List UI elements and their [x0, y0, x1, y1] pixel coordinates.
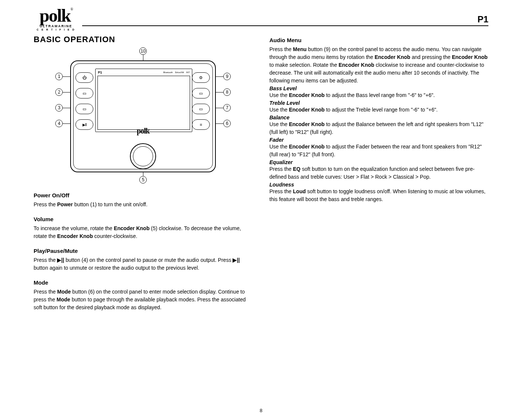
- play-pause-button: ▶II: [75, 119, 93, 130]
- soft-button-7: ▭: [192, 104, 210, 114]
- brand-tagline-2: C E R T I F I E D: [37, 28, 75, 31]
- header-divider: [82, 25, 488, 26]
- section-body: Use the Encoder Knob to adjust the Bass …: [270, 91, 489, 99]
- callout-3: 3: [55, 104, 63, 112]
- right-button-column: ⚙ ▭ ▭ ≡: [192, 72, 211, 130]
- callout-7: 7: [223, 104, 231, 112]
- flat-icon: ▭: [199, 91, 203, 96]
- section-body: Press the EQ soft button to turn on the …: [270, 165, 489, 181]
- device-body: P1 Bluetooth SiriusXM INT polk: [70, 60, 216, 172]
- callout-1: 1: [55, 73, 63, 80]
- flat-icon: ▭: [83, 91, 86, 96]
- section-heading: Power On/Off: [34, 192, 253, 198]
- screen-display-area: [97, 76, 190, 130]
- brand-logo: polk® ULTRAMARINE C E R T I F I E D: [34, 7, 78, 31]
- callout-2: 2: [55, 88, 63, 96]
- power-icon: ⏻: [83, 75, 87, 80]
- int-icon: INT: [186, 71, 190, 73]
- callout-8: 8: [223, 88, 231, 96]
- sub-heading: Balance: [270, 115, 489, 120]
- callout-9: 9: [223, 73, 231, 80]
- section-body: Press the Menu button (9) on the control…: [270, 46, 489, 85]
- brand-tagline-1: ULTRAMARINE: [40, 24, 72, 28]
- registered-mark: ®: [71, 7, 73, 11]
- settings-button: ⚙: [192, 72, 210, 83]
- section-body: Use the Encoder Knob to adjust the Trebl…: [270, 106, 489, 114]
- encoder-knob: [130, 143, 156, 169]
- soft-button-2: ▭: [75, 88, 93, 98]
- power-button: ⏻: [75, 72, 93, 83]
- section-body: Press the Power button (1) to turn the u…: [34, 201, 253, 209]
- left-button-column: ⏻ ▭ ▭ ▶II: [75, 72, 94, 130]
- section-body: Press the ▶|| button (4) on the control …: [34, 256, 253, 272]
- page-header: polk® ULTRAMARINE C E R T I F I E D P1: [34, 7, 488, 31]
- bluetooth-icon: Bluetooth: [163, 71, 173, 73]
- screen-status-icons: Bluetooth SiriusXM INT: [163, 71, 190, 73]
- control-panel-diagram: 10 1 2 3 4 9 8 7 6 5: [52, 47, 234, 185]
- sub-heading: Treble Level: [270, 100, 489, 106]
- sub-heading: Fader: [270, 137, 489, 143]
- section-body: Use the Encoder Knob to adjust the Balan…: [270, 120, 489, 136]
- main-heading: BASIC OPERATION: [34, 35, 253, 44]
- callout-10: 10: [139, 47, 147, 55]
- model-label: P1: [478, 14, 488, 25]
- menu-button: ≡: [192, 119, 210, 130]
- page-number: 8: [260, 408, 262, 413]
- section-body: Use the Encoder Knob to adjust the Fader…: [270, 143, 489, 159]
- screen-model-label: P1: [98, 70, 102, 74]
- left-column: BASIC OPERATION 10 1 2 3 4 9 8 7 6: [34, 35, 253, 311]
- section-body: Press the Mode button (6) on the control…: [34, 288, 253, 311]
- flat-icon: ▭: [83, 107, 86, 112]
- brand-name: polk®: [40, 7, 72, 23]
- device-brand-label: polk: [137, 127, 149, 135]
- sub-heading: Loudness: [270, 182, 489, 188]
- sub-heading: Bass Level: [270, 85, 489, 91]
- section-body: Press the Loud soft button to toggle lou…: [270, 188, 489, 203]
- section-heading: Mode: [34, 279, 253, 286]
- menu-icon: ≡: [200, 122, 202, 127]
- callout-5: 5: [139, 176, 147, 184]
- section-heading: Volume: [34, 216, 253, 222]
- soft-button-3: ▭: [75, 104, 93, 114]
- soft-button-8: ▭: [192, 88, 210, 98]
- device-screen: P1 Bluetooth SiriusXM INT: [95, 69, 192, 132]
- section-heading: Play/Pause/Mute: [34, 248, 253, 254]
- sub-heading: Equalizer: [270, 159, 489, 165]
- play-pause-icon: ▶II: [83, 123, 87, 127]
- section-body: To increase the volume, rotate the Encod…: [34, 225, 253, 240]
- callout-6: 6: [223, 120, 231, 127]
- flat-icon: ▭: [199, 107, 203, 112]
- section-heading: Audio Menu: [270, 37, 489, 43]
- siriusxm-icon: SiriusXM: [175, 71, 184, 73]
- gear-icon: ⚙: [199, 75, 203, 80]
- right-column: Audio Menu Press the Menu button (9) on …: [270, 35, 489, 311]
- callout-4: 4: [55, 120, 63, 127]
